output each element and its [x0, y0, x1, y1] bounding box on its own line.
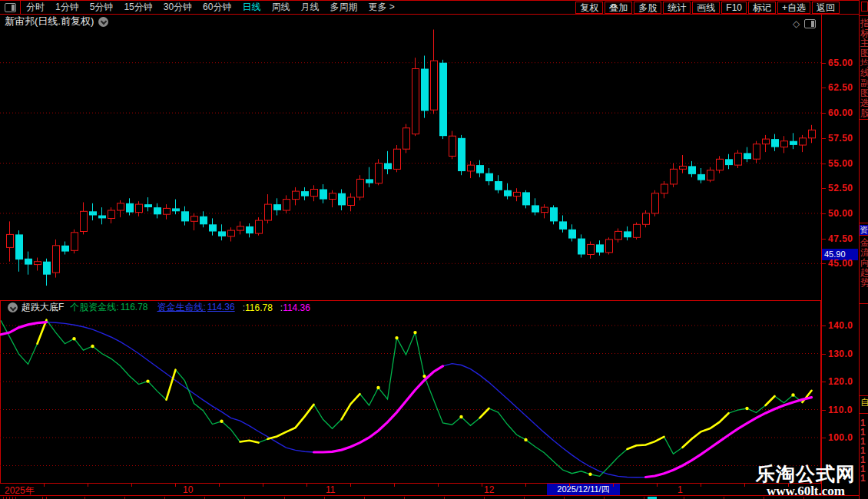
button-复权[interactable]: 复权 — [575, 2, 603, 14]
price-tick — [822, 113, 826, 114]
button-+自选[interactable]: +自选 — [777, 2, 810, 14]
right-sidebar-sliver: 指标主图均线副图选股资金流向趋势自1111111 — [859, 0, 868, 499]
tab-60分钟[interactable]: 60分钟 — [197, 2, 237, 12]
date-tick — [131, 484, 132, 487]
sliver-char: 金 — [860, 238, 868, 247]
sliver-separator — [860, 413, 868, 414]
date-tick — [175, 484, 176, 487]
sliver-char: 指 — [860, 18, 868, 28]
price-label-57.50: 57.50 — [828, 133, 853, 144]
tab-1分钟[interactable]: 1分钟 — [50, 2, 84, 12]
date-tick — [350, 484, 351, 487]
date-label-10: 10 — [183, 484, 193, 495]
price-label-47.50: 47.50 — [828, 233, 853, 244]
price-label-52.50: 52.50 — [828, 183, 853, 193]
date-tick — [438, 484, 439, 487]
sliver-char: 股 — [860, 108, 868, 117]
price-tick — [822, 263, 826, 264]
sliver-char: 流 — [860, 248, 868, 257]
button-返回[interactable]: 返回 — [812, 2, 840, 14]
indicator-tick — [822, 326, 826, 326]
price-label-50.00: 50.00 — [828, 208, 853, 219]
indicator-tick — [822, 354, 826, 355]
indicator-dropdown-icon[interactable] — [8, 302, 18, 312]
tab-30分钟[interactable]: 30分钟 — [158, 2, 197, 12]
tab-周线[interactable]: 周线 — [266, 2, 295, 12]
sliver-highlight: 资 — [860, 225, 868, 235]
period-toolbar: 分时1分钟5分钟15分钟30分钟60分钟日线周线月线多周期更多 > 复权叠加多股… — [0, 0, 868, 15]
button-画线[interactable]: 画线 — [692, 2, 720, 14]
candlestick-chart[interactable] — [0, 25, 821, 299]
price-label-60.00: 60.00 — [828, 107, 853, 118]
sliver-char: 势 — [860, 278, 868, 287]
indicator-label-140.0: 140.0 — [828, 320, 853, 331]
date-label-11: 11 — [326, 484, 335, 495]
indicator-label-110.0: 110.0 — [828, 405, 853, 415]
sliver-separator — [860, 235, 868, 236]
sliver-separator — [860, 223, 868, 223]
bottom-strip — [0, 495, 868, 499]
sliver-char: 副 — [860, 78, 868, 88]
button-统计[interactable]: 统计 — [663, 2, 691, 14]
price-tick — [822, 213, 826, 214]
button-F10[interactable]: F10 — [721, 2, 747, 14]
tab-5分钟[interactable]: 5分钟 — [84, 2, 119, 12]
date-tick — [788, 484, 789, 487]
button-标记[interactable]: 标记 — [748, 2, 776, 14]
tab-更多 >[interactable]: 更多 > — [363, 2, 399, 12]
sliver-char: 均 — [860, 58, 868, 68]
sliver-separator — [860, 15, 868, 16]
sliver-tag-char: 自 — [860, 398, 868, 407]
indicator-tick — [822, 382, 826, 382]
date-tick — [613, 484, 614, 487]
sliver-digit: 1 — [860, 474, 866, 483]
series1-label: 个股资金线:116.78 — [70, 301, 147, 314]
date-label-12: 12 — [484, 484, 494, 495]
period-tabs: 分时1分钟5分钟15分钟30分钟60分钟日线周线月线多周期更多 > — [21, 1, 400, 14]
date-tick — [88, 484, 88, 487]
date-tick — [569, 484, 570, 487]
date-tick — [306, 484, 307, 487]
series2-label: 资金生命线:114.36 — [157, 301, 235, 314]
sliver-separator — [860, 395, 868, 396]
tab-日线[interactable]: 日线 — [237, 2, 266, 12]
price-tick — [822, 63, 826, 64]
sliver-char: 选 — [860, 98, 868, 107]
price-label-55.00: 55.00 — [828, 158, 853, 169]
price-label-45.00: 45.00 — [828, 258, 853, 269]
date-tick — [744, 484, 745, 487]
price-tick — [822, 88, 826, 88]
tab-多周期[interactable]: 多周期 — [324, 2, 363, 12]
price-label-65.00: 65.00 — [828, 58, 853, 68]
sliver-char: 图 — [860, 88, 868, 97]
indicator-label-100.0: 100.0 — [828, 432, 853, 443]
sliver-separator — [860, 303, 868, 304]
tab-月线[interactable]: 月线 — [295, 2, 324, 12]
sliver-char: 主 — [860, 38, 868, 48]
date-tick — [482, 484, 482, 487]
tab-15分钟[interactable]: 15分钟 — [118, 2, 157, 12]
indicator-chart[interactable] — [0, 315, 821, 484]
toolbar-buttons: 复权叠加多股统计画线F10标记+自选返回 — [575, 2, 840, 13]
date-tick — [657, 484, 658, 487]
sliver-button-fragment — [861, 2, 868, 12]
sliver-char: 图 — [860, 48, 868, 58]
date-tick — [44, 484, 45, 487]
sliver-char: 线 — [860, 68, 868, 78]
button-叠加[interactable]: 叠加 — [605, 2, 632, 14]
price-tick — [822, 239, 826, 240]
sliver-separator — [860, 119, 868, 120]
date-tick — [263, 484, 263, 487]
sliver-char: 趋 — [860, 268, 868, 277]
indicator-name: 超跌大底F — [22, 301, 64, 314]
tab-分时[interactable]: 分时 — [21, 2, 50, 12]
date-tick — [701, 484, 701, 487]
series4-value: 114.36 — [283, 302, 310, 313]
date-tick — [525, 484, 526, 487]
panel-toggle-button[interactable] — [0, 1, 21, 14]
panel-toggle-icon — [5, 3, 16, 12]
sliver-char: 向 — [860, 258, 868, 267]
button-多股[interactable]: 多股 — [634, 2, 661, 14]
price-tick — [822, 164, 826, 164]
indicator-tick — [822, 410, 826, 411]
